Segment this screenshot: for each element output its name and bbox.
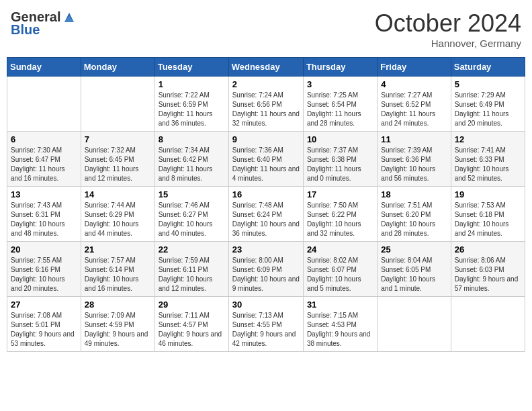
day-info: Sunrise: 8:00 AMSunset: 6:09 PMDaylight:… bbox=[232, 256, 300, 293]
day-info: Sunrise: 7:41 AMSunset: 6:33 PMDaylight:… bbox=[455, 146, 521, 183]
day-number: 18 bbox=[381, 189, 447, 199]
calendar-cell: 27Sunrise: 7:08 AMSunset: 5:01 PMDayligh… bbox=[7, 297, 81, 352]
day-number: 5 bbox=[455, 79, 521, 89]
day-info: Sunrise: 7:29 AMSunset: 6:49 PMDaylight:… bbox=[455, 91, 521, 128]
day-number: 25 bbox=[381, 244, 447, 255]
day-number: 26 bbox=[455, 244, 521, 255]
month-title: October 2024 bbox=[375, 9, 521, 38]
calendar-cell bbox=[81, 77, 154, 132]
day-number: 4 bbox=[381, 79, 447, 89]
day-info: Sunrise: 7:59 AMSunset: 6:11 PMDaylight:… bbox=[159, 256, 225, 293]
svg-marker-1 bbox=[64, 15, 74, 22]
day-info: Sunrise: 7:22 AMSunset: 6:59 PMDaylight:… bbox=[159, 91, 225, 128]
day-info: Sunrise: 8:02 AMSunset: 6:07 PMDaylight:… bbox=[307, 256, 373, 293]
day-number: 24 bbox=[307, 244, 373, 255]
calendar-week-row: 13Sunrise: 7:43 AMSunset: 6:31 PMDayligh… bbox=[7, 187, 525, 242]
day-info: Sunrise: 7:36 AMSunset: 6:40 PMDaylight:… bbox=[232, 146, 300, 183]
day-number: 15 bbox=[159, 189, 225, 199]
day-of-week-header: Friday bbox=[378, 58, 451, 77]
day-number: 3 bbox=[307, 79, 373, 89]
calendar-cell: 7Sunrise: 7:32 AMSunset: 6:45 PMDaylight… bbox=[81, 132, 154, 187]
day-info: Sunrise: 7:51 AMSunset: 6:20 PMDaylight:… bbox=[381, 201, 447, 238]
calendar-cell: 2Sunrise: 7:24 AMSunset: 6:56 PMDaylight… bbox=[228, 77, 303, 132]
calendar-cell: 6Sunrise: 7:30 AMSunset: 6:47 PMDaylight… bbox=[7, 132, 81, 187]
day-info: Sunrise: 7:43 AMSunset: 6:31 PMDaylight:… bbox=[11, 201, 77, 238]
calendar-cell: 12Sunrise: 7:41 AMSunset: 6:33 PMDayligh… bbox=[451, 132, 525, 187]
calendar-cell bbox=[378, 297, 451, 352]
location-subtitle: Hannover, Germany bbox=[375, 38, 521, 49]
calendar-cell: 25Sunrise: 8:04 AMSunset: 6:05 PMDayligh… bbox=[378, 242, 451, 297]
day-info: Sunrise: 7:37 AMSunset: 6:38 PMDaylight:… bbox=[307, 146, 373, 183]
day-of-week-header: Sunday bbox=[7, 58, 81, 77]
calendar-cell: 8Sunrise: 7:34 AMSunset: 6:42 PMDaylight… bbox=[154, 132, 228, 187]
calendar-cell: 22Sunrise: 7:59 AMSunset: 6:11 PMDayligh… bbox=[154, 242, 228, 297]
day-number: 7 bbox=[85, 134, 151, 144]
calendar-cell: 4Sunrise: 7:27 AMSunset: 6:52 PMDaylight… bbox=[378, 77, 451, 132]
day-number: 17 bbox=[307, 189, 373, 199]
day-number: 30 bbox=[232, 300, 300, 310]
calendar-cell: 30Sunrise: 7:13 AMSunset: 4:55 PMDayligh… bbox=[228, 297, 303, 352]
day-info: Sunrise: 7:25 AMSunset: 6:54 PMDaylight:… bbox=[307, 91, 373, 128]
calendar-cell: 21Sunrise: 7:57 AMSunset: 6:14 PMDayligh… bbox=[81, 242, 154, 297]
day-info: Sunrise: 8:04 AMSunset: 6:05 PMDaylight:… bbox=[381, 256, 447, 293]
day-number: 12 bbox=[455, 134, 521, 144]
day-of-week-header: Saturday bbox=[451, 58, 525, 77]
day-info: Sunrise: 7:57 AMSunset: 6:14 PMDaylight:… bbox=[85, 256, 151, 293]
calendar-cell: 24Sunrise: 8:02 AMSunset: 6:07 PMDayligh… bbox=[303, 242, 377, 297]
calendar-cell: 15Sunrise: 7:46 AMSunset: 6:27 PMDayligh… bbox=[154, 187, 228, 242]
day-info: Sunrise: 7:27 AMSunset: 6:52 PMDaylight:… bbox=[381, 91, 447, 128]
calendar-cell: 26Sunrise: 8:06 AMSunset: 6:03 PMDayligh… bbox=[451, 242, 525, 297]
calendar-cell: 10Sunrise: 7:37 AMSunset: 6:38 PMDayligh… bbox=[303, 132, 377, 187]
day-number: 27 bbox=[11, 300, 77, 310]
calendar-cell bbox=[7, 77, 81, 132]
day-number: 21 bbox=[85, 244, 151, 255]
day-of-week-header: Tuesday bbox=[154, 58, 228, 77]
day-number: 20 bbox=[11, 244, 77, 255]
day-info: Sunrise: 7:32 AMSunset: 6:45 PMDaylight:… bbox=[85, 146, 151, 183]
day-number: 8 bbox=[159, 134, 225, 144]
day-info: Sunrise: 7:46 AMSunset: 6:27 PMDaylight:… bbox=[159, 201, 225, 238]
day-info: Sunrise: 7:15 AMSunset: 4:53 PMDaylight:… bbox=[307, 311, 373, 349]
calendar-cell: 29Sunrise: 7:11 AMSunset: 4:57 PMDayligh… bbox=[154, 297, 228, 352]
logo-blue-text: Blue bbox=[11, 22, 40, 38]
day-info: Sunrise: 7:09 AMSunset: 4:59 PMDaylight:… bbox=[85, 311, 151, 349]
day-number: 31 bbox=[307, 300, 373, 310]
day-number: 1 bbox=[159, 79, 225, 89]
calendar-cell: 19Sunrise: 7:53 AMSunset: 6:18 PMDayligh… bbox=[451, 187, 525, 242]
day-info: Sunrise: 7:08 AMSunset: 5:01 PMDaylight:… bbox=[11, 311, 77, 349]
calendar-cell: 28Sunrise: 7:09 AMSunset: 4:59 PMDayligh… bbox=[81, 297, 154, 352]
day-number: 2 bbox=[232, 79, 300, 89]
day-info: Sunrise: 7:55 AMSunset: 6:16 PMDaylight:… bbox=[11, 256, 77, 293]
day-number: 6 bbox=[11, 134, 77, 144]
calendar-cell bbox=[451, 297, 525, 352]
day-number: 14 bbox=[85, 189, 151, 199]
day-number: 11 bbox=[381, 134, 447, 144]
calendar-cell: 16Sunrise: 7:48 AMSunset: 6:24 PMDayligh… bbox=[228, 187, 303, 242]
day-info: Sunrise: 7:11 AMSunset: 4:57 PMDaylight:… bbox=[159, 311, 225, 349]
day-number: 16 bbox=[232, 189, 300, 199]
calendar-cell: 23Sunrise: 8:00 AMSunset: 6:09 PMDayligh… bbox=[228, 242, 303, 297]
page-header: General Blue October 2024 Hannover, Germ… bbox=[7, 7, 525, 52]
day-info: Sunrise: 7:53 AMSunset: 6:18 PMDaylight:… bbox=[455, 201, 521, 238]
calendar-cell: 5Sunrise: 7:29 AMSunset: 6:49 PMDaylight… bbox=[451, 77, 525, 132]
calendar-cell: 11Sunrise: 7:39 AMSunset: 6:36 PMDayligh… bbox=[378, 132, 451, 187]
day-number: 29 bbox=[159, 300, 225, 310]
title-area: October 2024 Hannover, Germany bbox=[375, 9, 521, 49]
calendar-week-row: 20Sunrise: 7:55 AMSunset: 6:16 PMDayligh… bbox=[7, 242, 525, 297]
day-number: 19 bbox=[455, 189, 521, 199]
day-of-week-header: Thursday bbox=[303, 58, 377, 77]
day-number: 23 bbox=[232, 244, 300, 255]
day-info: Sunrise: 8:06 AMSunset: 6:03 PMDaylight:… bbox=[455, 256, 521, 293]
day-number: 13 bbox=[11, 189, 77, 199]
day-number: 9 bbox=[232, 134, 300, 144]
day-info: Sunrise: 7:34 AMSunset: 6:42 PMDaylight:… bbox=[159, 146, 225, 183]
day-of-week-header: Monday bbox=[81, 58, 154, 77]
day-number: 10 bbox=[307, 134, 373, 144]
day-info: Sunrise: 7:30 AMSunset: 6:47 PMDaylight:… bbox=[11, 146, 77, 183]
day-of-week-header: Wednesday bbox=[228, 58, 303, 77]
calendar-cell: 13Sunrise: 7:43 AMSunset: 6:31 PMDayligh… bbox=[7, 187, 81, 242]
logo: General Blue bbox=[11, 9, 77, 38]
calendar-cell: 14Sunrise: 7:44 AMSunset: 6:29 PMDayligh… bbox=[81, 187, 154, 242]
day-info: Sunrise: 7:44 AMSunset: 6:29 PMDaylight:… bbox=[85, 201, 151, 238]
calendar-table: SundayMondayTuesdayWednesdayThursdayFrid… bbox=[7, 57, 525, 352]
